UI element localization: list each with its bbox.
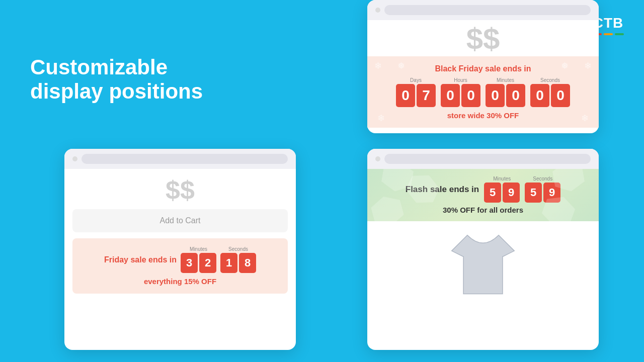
days-label: Days — [410, 77, 422, 83]
snowflake-5: ❅ — [561, 60, 569, 71]
browser-url-bar-bl — [82, 154, 288, 164]
countdown-row-top: Days 0 7 Hours 0 0 Minutes — [396, 77, 570, 107]
hours-group: Hours 0 0 — [441, 77, 480, 107]
browser-dots — [375, 8, 380, 13]
black-friday-subtext: store wide 30% OFF — [447, 111, 519, 120]
main-heading: Customizable display positions — [30, 55, 203, 104]
hours-digits: 0 0 — [441, 84, 480, 107]
min-digit-0b: 0 — [506, 84, 525, 107]
browser-bar-bottom-left — [64, 149, 296, 169]
br-min-5: 5 — [484, 183, 501, 203]
days-group: Days 0 7 — [396, 77, 436, 107]
browser-dot-bl — [72, 156, 77, 161]
window-content-bottom-left: $$ Add to Cart Friday sale ends in Minut… — [64, 169, 296, 302]
br-minutes-label: Minutes — [493, 176, 511, 182]
bl-seconds-label: Seconds — [228, 246, 248, 252]
snowflake-1: ❄ — [374, 60, 382, 71]
snowflake-6: ❄ — [581, 113, 589, 124]
day-digit-7: 7 — [417, 84, 436, 107]
tshirt-icon — [443, 231, 523, 302]
bl-minutes-label: Minutes — [190, 246, 207, 252]
br-seconds-label: Seconds — [533, 176, 552, 182]
min-digit-0a: 0 — [486, 84, 505, 107]
browser-bar-top-right — [367, 0, 599, 20]
sec-digit-0b: 0 — [551, 84, 570, 107]
seconds-digits-top: 0 0 — [530, 84, 570, 107]
browser-window-bottom-right: Flash sale ends in Minutes 5 9 Seconds 5… — [367, 149, 599, 350]
tshirt-container — [433, 221, 533, 312]
browser-url-bar-br — [384, 154, 591, 164]
snowflake-3: ❄ — [377, 113, 385, 124]
minutes-label-top: Minutes — [497, 77, 514, 83]
browser-bar-bottom-right — [367, 149, 599, 169]
window-content-bottom-right: Flash sale ends in Minutes 5 9 Seconds 5… — [367, 169, 599, 312]
browser-window-bottom-left: $$ Add to Cart Friday sale ends in Minut… — [64, 149, 296, 350]
logo-bar-green — [615, 33, 624, 35]
flash-sale-banner: Flash sale ends in Minutes 5 9 Seconds 5… — [367, 169, 599, 221]
sec-digit-0a: 0 — [530, 84, 549, 107]
friday-sale-text: Friday sale ends in — [104, 255, 177, 264]
black-friday-banner: ❄ ❅ ❄ ❄ ❅ ❄ Black Friday sale ends in Da… — [367, 56, 599, 128]
bl-seconds-group: Seconds 1 8 — [220, 246, 256, 273]
friday-sale-subtext: everything 15% OFF — [144, 277, 216, 286]
br-minutes-group: Minutes 5 9 — [484, 176, 520, 203]
br-minutes-digits: 5 9 — [484, 183, 520, 203]
seconds-group-top: Seconds 0 0 — [530, 77, 570, 107]
days-digits: 0 7 — [396, 84, 436, 107]
hours-label: Hours — [454, 77, 467, 83]
bl-minutes-group: Minutes 3 2 — [181, 246, 216, 273]
friday-sale-banner: Friday sale ends in Minutes 3 2 Seconds … — [72, 238, 288, 294]
day-digit-0: 0 — [396, 84, 415, 107]
browser-window-top-right: $$ ❄ ❅ ❄ ❄ ❅ ❄ Black Friday sale ends in… — [367, 0, 599, 133]
window-content-top-right: $$ ❄ ❅ ❄ ❄ ❅ ❄ Black Friday sale ends in… — [367, 20, 599, 128]
flash-sale-subtext: 30% OFF for all orders — [443, 206, 523, 214]
seconds-label-top: Seconds — [540, 77, 560, 83]
bl-min-3: 3 — [181, 253, 198, 273]
snowflake-4: ❄ — [584, 60, 592, 71]
bl-sec-1: 1 — [220, 253, 237, 273]
minutes-group-top: Minutes 0 0 — [486, 77, 525, 107]
br-sec-5: 5 — [525, 183, 542, 203]
br-min-9: 9 — [503, 183, 520, 203]
dollar-sign-medium: $$ — [166, 177, 195, 203]
add-to-cart-button[interactable]: Add to Cart — [72, 209, 288, 232]
hex-3 — [369, 193, 406, 221]
snowflake-2: ❅ — [397, 60, 405, 71]
hour-digit-0a: 0 — [441, 84, 460, 107]
bl-sec-8: 8 — [239, 253, 256, 273]
dollar-sign-large: $$ — [466, 20, 500, 56]
logo-bar-orange — [604, 33, 613, 35]
bl-min-2: 2 — [199, 253, 216, 273]
browser-dots-bl — [72, 156, 77, 161]
hour-digit-0b: 0 — [461, 84, 480, 107]
minutes-digits-top: 0 0 — [486, 84, 525, 107]
black-friday-text: Black Friday sale ends in — [435, 64, 531, 73]
browser-url-bar — [384, 5, 591, 15]
bl-minutes-digits: 3 2 — [181, 253, 216, 273]
bl-seconds-digits: 1 8 — [220, 253, 256, 273]
browser-dot-br — [375, 156, 380, 161]
browser-dot-1 — [375, 8, 380, 13]
friday-banner-row: Friday sale ends in Minutes 3 2 Seconds … — [104, 246, 256, 273]
browser-dots-br — [375, 156, 380, 161]
